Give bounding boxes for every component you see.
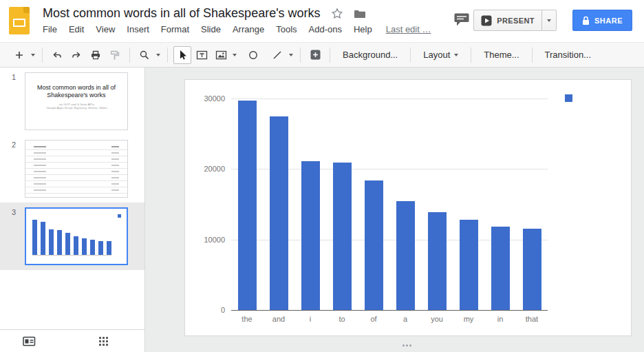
chevron-down-icon	[156, 54, 160, 56]
zoom-dropdown[interactable]	[154, 46, 162, 64]
menu-arrange[interactable]: Arrange	[233, 24, 264, 34]
toolbar-separator	[471, 48, 471, 63]
text-box-button[interactable]	[193, 46, 211, 64]
share-label: SHARE	[594, 17, 623, 25]
slide-1-thumbnail[interactable]: Most common words in all of Shakespeare'…	[25, 72, 128, 130]
zoom-button[interactable]	[136, 46, 153, 64]
bar-i[interactable]	[301, 161, 320, 310]
new-slide-dropdown[interactable]	[29, 46, 37, 64]
gridline	[231, 99, 548, 99]
current-slide[interactable]: 3000020000100000theanditoofayoumyinthat	[184, 79, 632, 336]
menu-tools[interactable]: Tools	[276, 24, 297, 34]
background-button[interactable]: Background...	[335, 46, 405, 64]
grid-view-button[interactable]	[99, 337, 108, 346]
move-to-folder-icon[interactable]	[354, 9, 366, 19]
insert-image-dropdown[interactable]	[230, 46, 239, 64]
y-tick-label: 10000	[185, 235, 225, 245]
toolbar-separator	[300, 48, 301, 63]
redo-button[interactable]	[67, 46, 85, 64]
mini-table-row	[25, 156, 127, 163]
menu-format[interactable]: Format	[161, 24, 189, 34]
star-icon[interactable]	[331, 8, 343, 20]
x-tick-label: in	[484, 315, 516, 323]
chevron-down-icon	[289, 54, 293, 56]
undo-button[interactable]	[48, 46, 66, 64]
insert-shape-button[interactable]	[244, 46, 262, 64]
mini-table-row	[25, 181, 127, 187]
chevron-down-icon	[31, 54, 35, 56]
layout-label: Layout	[423, 50, 450, 60]
slides-icon-fold	[23, 7, 30, 13]
present-button[interactable]: PRESENT	[473, 10, 542, 31]
bar-you[interactable]	[428, 212, 447, 310]
slide-3-mini-bars	[32, 219, 111, 256]
bar-a[interactable]	[396, 201, 415, 310]
app-header: Most common words in all of Shakespeare'…	[0, 0, 644, 42]
slide-thumbnail-row-1[interactable]: 1 Most common words in all of Shakespear…	[0, 68, 144, 135]
chevron-down-icon	[233, 54, 237, 56]
menu-insert[interactable]: Insert	[127, 24, 149, 34]
select-tool-button[interactable]	[173, 46, 191, 64]
toolbar-separator	[532, 48, 533, 63]
last-edit-link[interactable]: Last edit …	[386, 24, 431, 34]
slide-number: 1	[0, 72, 25, 130]
toolbar-separator	[410, 48, 411, 63]
menu-slide[interactable]: Slide	[201, 24, 221, 34]
x-tick-label: and	[263, 315, 294, 323]
x-tick-label: that	[516, 315, 548, 323]
x-tick-label: of	[358, 315, 389, 323]
x-tick-label: to	[326, 315, 358, 323]
slides-icon-page	[13, 19, 25, 27]
bar-and[interactable]	[270, 116, 288, 310]
mini-table-row	[25, 144, 127, 150]
canvas-overflow-dots	[402, 344, 411, 346]
theme-button[interactable]: Theme...	[476, 46, 526, 64]
insert-image-button[interactable]	[212, 46, 230, 64]
slide-thumbnail-row-3[interactable]: 3	[0, 203, 144, 270]
slide-thumbnail-row-2[interactable]: 2	[0, 135, 144, 203]
mini-bar-you	[82, 238, 87, 255]
present-dropdown-button[interactable]	[542, 10, 557, 31]
lock-icon	[582, 16, 590, 25]
menu-edit[interactable]: Edit	[69, 24, 84, 34]
slide-filmstrip: 1 Most common words in all of Shakespear…	[0, 68, 145, 329]
slide-2-thumbnail[interactable]	[25, 140, 128, 198]
x-tick-label: i	[294, 315, 326, 323]
bar-my[interactable]	[460, 220, 478, 310]
mini-bar-that	[107, 241, 111, 255]
menu-view[interactable]: View	[96, 24, 115, 34]
chevron-down-icon	[547, 19, 551, 22]
editing-canvas[interactable]: 3000020000100000theanditoofayoumyinthat	[145, 68, 644, 352]
bar-of[interactable]	[365, 180, 383, 310]
bar-that[interactable]	[523, 229, 541, 310]
new-slide-button[interactable]	[10, 46, 28, 64]
menu-file[interactable]: File	[43, 24, 57, 34]
menu-add-ons[interactable]: Add-ons	[309, 24, 342, 34]
chart-legend-swatch	[565, 94, 572, 102]
mini-table-row	[25, 169, 127, 175]
x-tick-label: the	[231, 315, 263, 323]
toolbar: Background... Layout Theme... Transition…	[0, 42, 644, 68]
comment-icon	[453, 12, 470, 27]
paint-format-button[interactable]	[106, 46, 124, 64]
grid-view-icon	[99, 337, 101, 339]
bar-the[interactable]	[238, 101, 257, 310]
document-title[interactable]: Most common words in all of Shakespeare'…	[43, 6, 321, 21]
slide-3-thumbnail[interactable]	[25, 207, 128, 265]
layout-button[interactable]: Layout	[416, 46, 466, 64]
comments-button[interactable]	[453, 10, 471, 28]
transition-button[interactable]: Transition...	[537, 46, 599, 64]
bar-in[interactable]	[491, 227, 510, 310]
toolbar-separator	[129, 48, 130, 63]
filmstrip-view-button[interactable]	[23, 336, 36, 346]
bar-to[interactable]	[333, 163, 352, 310]
x-axis-line	[231, 310, 548, 311]
insert-comment-button[interactable]	[306, 46, 324, 64]
present-label: PRESENT	[497, 17, 535, 25]
menu-help[interactable]: Help	[354, 24, 372, 34]
insert-line-dropdown[interactable]	[287, 46, 295, 64]
print-button[interactable]	[87, 46, 105, 64]
slides-app-icon[interactable]	[9, 7, 30, 34]
share-button[interactable]: SHARE	[572, 10, 632, 31]
insert-line-button[interactable]	[268, 46, 286, 64]
